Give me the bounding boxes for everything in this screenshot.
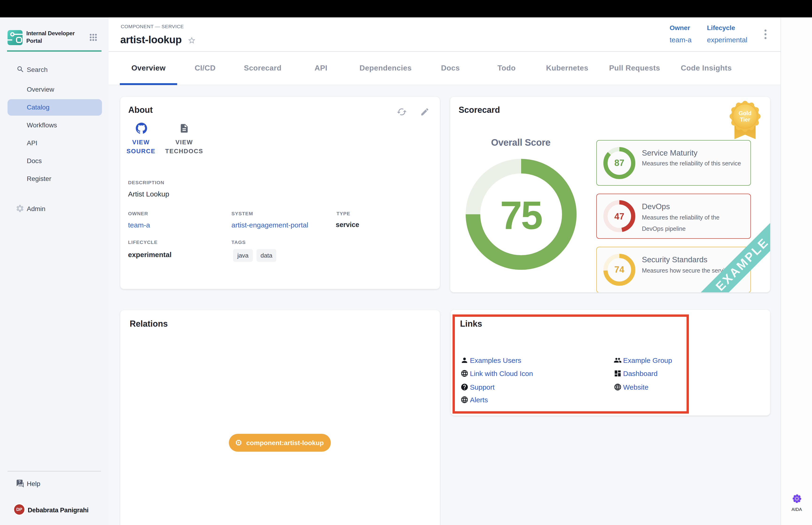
svg-text:?: ? — [18, 480, 21, 484]
